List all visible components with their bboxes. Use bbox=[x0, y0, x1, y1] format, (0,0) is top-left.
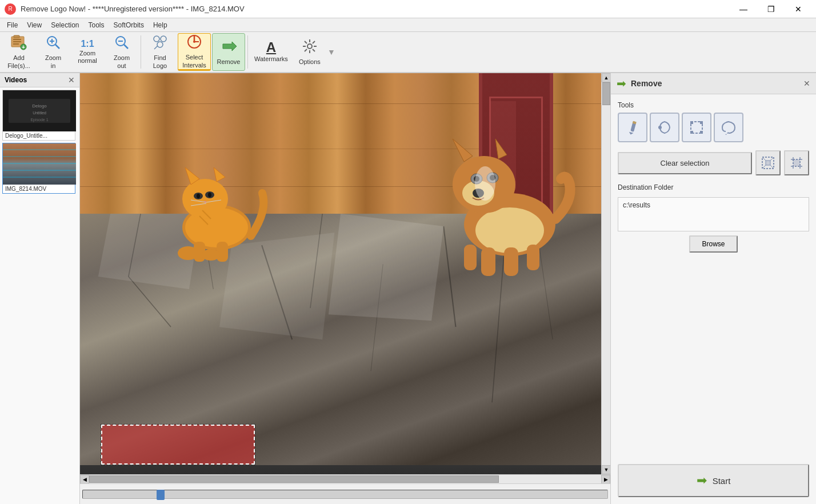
pencil-tool-button[interactable] bbox=[618, 113, 647, 142]
svg-point-63 bbox=[197, 194, 200, 198]
svg-line-30 bbox=[313, 41, 315, 43]
menu-file[interactable]: File bbox=[2, 20, 22, 30]
dog-figure bbox=[435, 133, 584, 282]
fit-selection-button[interactable] bbox=[784, 150, 809, 175]
svg-rect-40 bbox=[3, 156, 76, 157]
maximize-button[interactable]: ❐ bbox=[758, 0, 784, 18]
video-view[interactable]: ▲ ▼ bbox=[80, 73, 610, 474]
close-button[interactable]: ✕ bbox=[785, 0, 811, 18]
horizontal-scrollbar[interactable]: ◀ ▶ bbox=[80, 474, 610, 483]
fit-frame-button[interactable] bbox=[755, 150, 781, 175]
browse-button[interactable]: Browse bbox=[689, 235, 737, 253]
sidebar-title: Videos bbox=[5, 76, 27, 84]
clear-selection-button[interactable]: Clear selection bbox=[618, 152, 752, 174]
toolbar: + AddFile(s)... Zoomin 1:1 Zoomnormal bbox=[0, 32, 816, 73]
svg-point-21 bbox=[193, 41, 195, 43]
scroll-thumb-v[interactable] bbox=[602, 82, 610, 105]
select-intervals-button[interactable]: SelectIntervals bbox=[178, 33, 211, 71]
menu-view[interactable]: View bbox=[22, 20, 46, 30]
videos-sidebar: Videos ✕ Delogo Untitled Episode 1 Delog… bbox=[0, 73, 80, 504]
toolbar-sep-1 bbox=[141, 35, 141, 69]
svg-rect-2 bbox=[13, 39, 21, 40]
svg-line-31 bbox=[305, 49, 307, 51]
zoom-in-icon bbox=[45, 34, 61, 53]
zoom-in-label: Zoomin bbox=[45, 54, 61, 69]
watermarks-icon: A bbox=[266, 41, 276, 54]
add-files-button[interactable]: + AddFile(s)... bbox=[2, 33, 35, 71]
svg-point-72 bbox=[202, 249, 220, 261]
find-logo-label: FindLogo bbox=[153, 54, 167, 69]
menu-softorbits[interactable]: SoftOrbits bbox=[109, 20, 149, 30]
video-scene bbox=[80, 73, 610, 474]
scroll-thumb-h[interactable] bbox=[89, 475, 499, 483]
video-item-2[interactable]: IMG_8214.MOV bbox=[2, 143, 75, 194]
svg-marker-55 bbox=[329, 214, 443, 321]
scroll-left-button[interactable]: ◀ bbox=[80, 475, 89, 484]
zoom-out-icon bbox=[114, 34, 130, 53]
window-controls[interactable]: — ❐ ✕ bbox=[730, 0, 811, 18]
minimize-button[interactable]: — bbox=[730, 0, 757, 18]
scroll-track-v bbox=[602, 82, 610, 465]
start-arrow-icon: ➡ bbox=[697, 473, 707, 488]
video-item-1[interactable]: Delogo Untitled Episode 1 Delogo_Untitle… bbox=[2, 90, 75, 141]
svg-rect-88 bbox=[504, 247, 518, 276]
svg-text:+: + bbox=[22, 44, 25, 50]
destination-folder-section: Destination Folder c:\results Browse bbox=[618, 183, 809, 253]
zoom-normal-icon: 1:1 bbox=[81, 39, 94, 49]
toolbox-header: ➡ Remove ✕ bbox=[611, 73, 816, 94]
clear-selection-row: Clear selection bbox=[618, 150, 809, 175]
timeline-slider[interactable] bbox=[82, 490, 608, 499]
timeline-thumb[interactable] bbox=[157, 490, 165, 500]
find-logo-button[interactable]: FindLogo bbox=[143, 33, 177, 71]
title-bar-left: R Remove Logo Now! - ****Unregistered ve… bbox=[5, 3, 245, 15]
menu-tools[interactable]: Tools bbox=[84, 20, 109, 30]
destination-folder-input[interactable]: c:\results bbox=[618, 197, 809, 231]
rect-select-tool-button[interactable] bbox=[682, 113, 711, 142]
video-thumb-1: Delogo Untitled Episode 1 bbox=[3, 90, 76, 131]
menu-selection[interactable]: Selection bbox=[46, 20, 83, 30]
svg-line-17 bbox=[154, 46, 158, 49]
canvas-area: ▲ ▼ ◀ ▶ bbox=[80, 73, 610, 504]
selection-rectangle[interactable] bbox=[101, 425, 255, 465]
scroll-up-button[interactable]: ▲ bbox=[602, 73, 610, 82]
scroll-right-button[interactable]: ▶ bbox=[601, 475, 610, 484]
video-label-2: IMG_8214.MOV bbox=[3, 185, 75, 193]
sidebar-content: Delogo Untitled Episode 1 Delogo_Untitle… bbox=[0, 87, 79, 504]
start-button[interactable]: ➡ Start bbox=[618, 464, 809, 497]
window-title: Remove Logo Now! - ****Unregistered vers… bbox=[21, 5, 245, 13]
zoom-in-button[interactable]: Zoomin bbox=[37, 33, 70, 71]
remove-button[interactable]: Remove bbox=[212, 33, 245, 71]
timeline-area bbox=[80, 483, 610, 504]
scroll-down-button[interactable]: ▼ bbox=[602, 465, 610, 474]
start-label: Start bbox=[713, 476, 731, 486]
zoom-normal-button[interactable]: 1:1 Zoomnormal bbox=[71, 33, 104, 71]
vertical-scrollbar[interactable]: ▲ ▼ bbox=[601, 73, 610, 474]
svg-rect-98 bbox=[690, 131, 693, 134]
svg-point-23 bbox=[307, 44, 312, 49]
zoom-out-button[interactable]: Zoomout bbox=[105, 33, 138, 71]
lasso-tool-button[interactable] bbox=[714, 113, 743, 142]
svg-rect-101 bbox=[766, 161, 770, 165]
menu-help[interactable]: Help bbox=[149, 20, 172, 30]
options-label: Options bbox=[299, 58, 321, 66]
toolbar-more[interactable]: ▼ bbox=[327, 33, 335, 71]
svg-rect-97 bbox=[700, 121, 703, 124]
options-button[interactable]: Options bbox=[293, 33, 326, 71]
tools-row bbox=[618, 113, 809, 142]
svg-rect-96 bbox=[690, 121, 693, 124]
svg-point-64 bbox=[208, 193, 211, 197]
svg-rect-87 bbox=[481, 247, 495, 276]
toolbox-close-button[interactable]: ✕ bbox=[803, 79, 810, 88]
video-thumb-2 bbox=[3, 143, 76, 185]
toolbar-sep-2 bbox=[247, 35, 248, 69]
find-logo-icon bbox=[152, 34, 168, 53]
svg-rect-1 bbox=[14, 35, 19, 38]
svg-point-71 bbox=[178, 246, 198, 260]
sidebar-close-button[interactable]: ✕ bbox=[68, 75, 75, 85]
tools-section: Tools bbox=[618, 101, 809, 142]
svg-point-14 bbox=[154, 36, 159, 42]
brush-tool-button[interactable] bbox=[650, 113, 679, 142]
zoom-out-label: Zoomout bbox=[114, 54, 130, 69]
add-files-label: AddFile(s)... bbox=[7, 54, 30, 69]
watermarks-button[interactable]: A Watermarks bbox=[250, 33, 292, 71]
